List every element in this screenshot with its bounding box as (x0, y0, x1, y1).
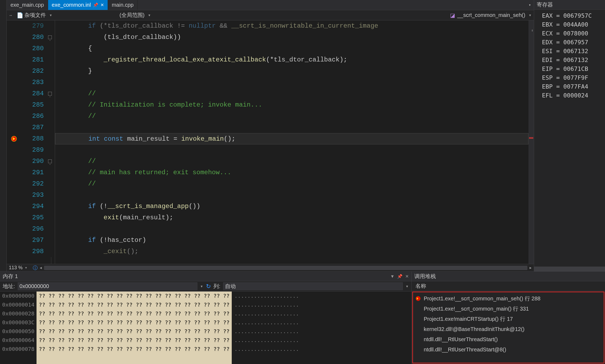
fold-gutter[interactable] (47, 20, 55, 264)
tab-label: exe_common.inl (52, 2, 91, 8)
nav-project-label: 杂项文件 (24, 12, 46, 19)
nav-scope[interactable]: (全局范围) (118, 11, 146, 19)
callstack-frame-label: Project1.exe!__scrt_common_main_seh() 行 … (424, 293, 541, 304)
nav-symbol-label: __scrt_common_main_seh() (457, 12, 525, 18)
callstack-frame-label: kernel32.dll!@BaseThreadInitThunk@12() (424, 324, 524, 334)
callstack-frame-label: ntdll.dll!__RtlUserThreadStart@8() (424, 344, 506, 355)
close-icon[interactable]: ✕ (100, 2, 104, 8)
callstack-frame[interactable]: ntdll.dll!__RtlUserThreadStart() (415, 334, 602, 344)
callstack-frame-label: Project1.exe!__scrt_common_main() 行 331 (424, 304, 529, 314)
info-icon[interactable]: ⓘ (33, 265, 38, 271)
code-lines[interactable]: if (*tls_dtor_callback != nullptr && __s… (55, 20, 528, 264)
callstack-frame-label: ntdll.dll!__RtlUserThreadStart() (424, 334, 498, 344)
chevron-down-icon[interactable]: ▼ (148, 13, 151, 17)
memory-toolbar: 地址: ▼ ↻ 列: ▼ (0, 281, 411, 292)
callstack-frames[interactable]: Project1.exe!__scrt_common_main_seh() 行 … (412, 292, 604, 363)
left-toolbar (0, 0, 7, 271)
vertical-scrollbar[interactable]: ⇕ (528, 20, 534, 264)
window-position-icon[interactable]: ▼ (390, 274, 394, 279)
memory-panel-title: 内存 1 (3, 273, 18, 280)
tab-main-cpp[interactable]: main.cpp (108, 0, 137, 10)
memory-address-input[interactable] (18, 282, 198, 290)
callstack-frame-label: Project1.exe!mainCRTStartup() 行 17 (424, 314, 513, 324)
registers-scrollbar[interactable] (534, 267, 605, 271)
memory-panel: 内存 1 ▼ 📌 ✕ 地址: ▼ ↻ 列: ▼ 0x000000000x0000… (0, 272, 412, 364)
tab-label: exe_main.cpp (10, 2, 44, 8)
nav-scope-label: (全局范围) (119, 12, 144, 19)
tabs-overflow-dropdown[interactable]: ▾ (526, 0, 534, 10)
memory-columns-input[interactable] (223, 282, 403, 290)
zoom-level[interactable]: 113 % (9, 265, 23, 271)
chevron-down-icon[interactable]: ▼ (528, 13, 532, 17)
close-icon[interactable]: ✕ (405, 274, 409, 279)
registers-panel: 寄存器 EAX = 0067957C EBX = 004AA00 ECX = 0… (534, 0, 605, 271)
registers-panel-title: 寄存器 (534, 0, 605, 10)
callstack-panel: 调用堆栈 名称 Project1.exe!__scrt_common_main_… (412, 272, 605, 364)
memory-address-label: 地址: (3, 283, 15, 290)
dropdown-icon[interactable]: ▼ (405, 285, 409, 288)
callstack-panel-title: 调用堆栈 (414, 273, 436, 280)
tab-exe-main[interactable]: exe_main.cpp (7, 0, 48, 10)
pin-icon[interactable]: 📌 (397, 274, 403, 279)
code-editor[interactable]: 2792802802812822832842852862872882892902… (7, 20, 534, 264)
refresh-icon[interactable]: ↻ (206, 283, 211, 290)
line-number-gutter: 2792802802812822832842852862872882892902… (7, 20, 47, 264)
nav-project[interactable]: 📄 杂项文件 (16, 11, 47, 19)
callstack-col-name: 名称 (415, 283, 426, 289)
callstack-frame[interactable]: Project1.exe!mainCRTStartup() 行 17 (415, 314, 602, 324)
chevron-right-icon[interactable]: ▶ (530, 266, 532, 269)
editor-status-bar: 113 % ▼ ⓘ ◀ ▶ (7, 264, 534, 271)
tab-label: main.cpp (112, 2, 133, 8)
horizontal-scrollbar[interactable] (44, 266, 527, 270)
memory-dump[interactable]: 0x000000000x000000140x000000280x0000003C… (0, 292, 411, 364)
chevron-down-icon[interactable]: ▼ (49, 13, 52, 17)
registers-list: EAX = 0067957C EBX = 004AA00 ECX = 00780… (534, 10, 605, 267)
pin-icon[interactable]: 📌 (93, 2, 98, 8)
nav-back-icon[interactable]: ↔ (9, 13, 14, 17)
callstack-frame[interactable]: kernel32.dll!@BaseThreadInitThunk@12() (415, 324, 602, 334)
chevron-left-icon[interactable]: ◀ (40, 266, 42, 269)
memory-columns-label: 列: (213, 283, 220, 290)
dropdown-icon[interactable]: ▼ (200, 285, 203, 288)
callstack-frame[interactable]: ntdll.dll!__RtlUserThreadStart@8() (415, 344, 602, 355)
navigation-bar: ↔ 📄 杂项文件 ▼ (全局范围) ▼ ◪ __scrt_common_main… (7, 10, 534, 20)
method-icon: ◪ (450, 13, 455, 18)
callstack-frame[interactable]: Project1.exe!__scrt_common_main() 行 331 (415, 304, 602, 314)
callstack-column-header[interactable]: 名称 (412, 281, 605, 291)
chevron-down-icon[interactable]: ▼ (25, 266, 27, 269)
callstack-frame[interactable]: Project1.exe!__scrt_common_main_seh() 行 … (415, 293, 602, 304)
tab-exe-common-inl[interactable]: exe_common.inl 📌 ✕ (48, 0, 108, 10)
tab-bar: exe_main.cpp exe_common.inl 📌 ✕ main.cpp… (7, 0, 534, 10)
nav-symbol[interactable]: ◪ __scrt_common_main_seh() (449, 12, 526, 19)
file-icon: 📄 (17, 13, 22, 18)
